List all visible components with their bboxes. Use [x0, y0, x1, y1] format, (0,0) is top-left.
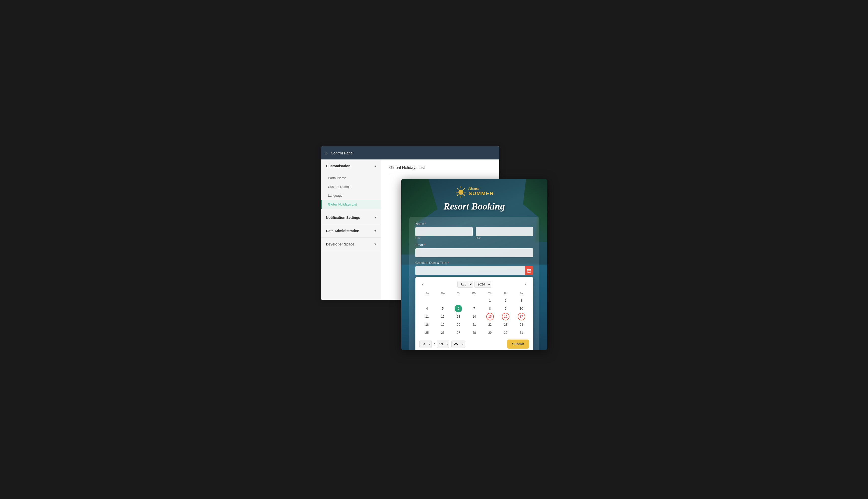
page-title: Global Holidays List: [389, 166, 491, 174]
weekday-su: Su: [419, 291, 435, 296]
hour-select-wrap: 04 ▾: [419, 341, 432, 348]
cal-day-empty: [439, 297, 446, 304]
resort-booking-window: Always SUMMER Resort Booking Name* First: [401, 179, 547, 350]
last-name-input[interactable]: [476, 227, 533, 236]
cal-day-21[interactable]: 21: [470, 321, 478, 328]
cal-day-empty: [423, 297, 431, 304]
home-icon[interactable]: ⌂: [325, 150, 328, 156]
weekday-sa: Sa: [513, 291, 529, 296]
cal-day-9[interactable]: 9: [502, 305, 510, 312]
calendar-icon: [527, 269, 531, 273]
cal-day-1[interactable]: 1: [486, 297, 494, 304]
email-label: Email*: [415, 243, 533, 247]
cal-day-17[interactable]: 17: [518, 313, 525, 320]
resort-brand-text: Always SUMMER: [469, 187, 494, 196]
cal-day-27[interactable]: 27: [455, 329, 462, 337]
brand-summer: SUMMER: [469, 191, 494, 196]
last-sublabel: Last: [476, 237, 533, 240]
sidebar-item-global-holidays[interactable]: Global Holidays List: [321, 200, 381, 209]
cal-day-24[interactable]: 24: [518, 321, 525, 328]
notification-label: Notification Settings: [326, 216, 360, 220]
sidebar-item-language[interactable]: Language: [321, 191, 381, 200]
time-selector-row: 04 ▾ : 53 ▾: [419, 340, 529, 349]
sun-icon: [455, 185, 467, 198]
data-admin-label: Data Administration: [326, 229, 360, 233]
cal-day-empty: [470, 297, 478, 304]
email-input[interactable]: [415, 248, 533, 257]
hour-select[interactable]: 04: [419, 341, 432, 348]
calendar-trigger-button[interactable]: [525, 266, 533, 275]
sidebar-section-developer: Developer Space ▾: [321, 238, 381, 251]
cal-day-6[interactable]: 6: [455, 305, 462, 312]
brand-always: Always: [469, 187, 494, 191]
minute-select-wrap: 53 ▾: [437, 341, 449, 348]
sidebar-section-developer-header[interactable]: Developer Space ▾: [321, 238, 381, 251]
cal-day-18[interactable]: 18: [423, 321, 431, 328]
cal-day-2[interactable]: 2: [502, 297, 510, 304]
cal-day-23[interactable]: 23: [502, 321, 510, 328]
calendar-month-year: Aug 2024: [457, 281, 491, 288]
calendar-popup: ‹ Aug 2024 ›: [415, 277, 533, 350]
calendar-month-select[interactable]: Aug: [457, 281, 473, 288]
name-row: First Last: [415, 227, 533, 240]
weekday-we: We: [466, 291, 482, 296]
chevron-down-icon-dev: ▾: [375, 242, 376, 246]
weekday-fr: Fr: [498, 291, 513, 296]
cal-day-15[interactable]: 15: [486, 313, 494, 320]
weekday-th: Th: [482, 291, 498, 296]
first-name-input[interactable]: [415, 227, 473, 236]
cal-day-13[interactable]: 13: [455, 313, 462, 320]
cal-day-22[interactable]: 22: [486, 321, 494, 328]
name-label: Name*: [415, 222, 533, 226]
customisation-label: Customisation: [326, 164, 350, 168]
sidebar-item-custom-domain[interactable]: Custom Domain: [321, 182, 381, 191]
check-in-label: Check-in Date & Time*: [415, 261, 533, 265]
cal-day-26[interactable]: 26: [439, 329, 446, 337]
calendar-nav: ‹ Aug 2024 ›: [419, 281, 529, 288]
period-select[interactable]: PM AM: [451, 341, 465, 348]
cal-day-10[interactable]: 10: [518, 305, 525, 312]
cal-day-30[interactable]: 30: [502, 329, 510, 337]
cal-day-empty: [455, 297, 462, 304]
sidebar-section-customisation: Customisation ▴ Portal Name Custom Domai…: [321, 159, 381, 211]
calendar-grid: Su Mo Tu We Th Fr Sa 1234567891011121314…: [419, 291, 529, 337]
svg-rect-10: [527, 269, 531, 272]
cal-day-12[interactable]: 12: [439, 313, 446, 320]
sidebar: Customisation ▴ Portal Name Custom Domai…: [321, 159, 381, 300]
cal-day-3[interactable]: 3: [518, 297, 525, 304]
cal-day-20[interactable]: 20: [455, 321, 462, 328]
sidebar-section-customisation-header[interactable]: Customisation ▴: [321, 159, 381, 172]
calendar-next-button[interactable]: ›: [522, 281, 529, 288]
check-in-date-input[interactable]: [415, 266, 526, 275]
cal-day-7[interactable]: 7: [470, 305, 478, 312]
check-in-input-wrap: [415, 266, 533, 275]
cal-day-31[interactable]: 31: [518, 329, 525, 337]
cal-day-28[interactable]: 28: [470, 329, 478, 337]
cal-day-8[interactable]: 8: [486, 305, 494, 312]
sidebar-item-portal-name[interactable]: Portal Name: [321, 173, 381, 182]
svg-line-7: [463, 188, 465, 190]
sidebar-section-notification-header[interactable]: Notification Settings ▾: [321, 211, 381, 224]
calendar-prev-button[interactable]: ‹: [419, 281, 426, 288]
weekday-mo: Mo: [435, 291, 451, 296]
resort-content: Always SUMMER Resort Booking Name* First: [401, 179, 547, 350]
cal-day-5[interactable]: 5: [439, 305, 446, 312]
booking-form: Name* First Last: [410, 217, 539, 350]
submit-button[interactable]: Submit: [507, 340, 529, 349]
sidebar-section-data-admin-header[interactable]: Data Administration ▾: [321, 224, 381, 238]
cp-title: Control Panel: [331, 151, 354, 155]
first-name-col: First: [415, 227, 473, 240]
chevron-down-icon-notification: ▾: [375, 216, 376, 219]
calendar-year-select[interactable]: 2024: [475, 281, 491, 288]
weekday-tu: Tu: [451, 291, 466, 296]
cal-day-29[interactable]: 29: [486, 329, 494, 337]
chevron-up-icon: ▴: [375, 164, 376, 168]
cal-day-19[interactable]: 19: [439, 321, 446, 328]
cal-day-4[interactable]: 4: [423, 305, 431, 312]
cal-day-11[interactable]: 11: [423, 313, 431, 320]
cal-day-14[interactable]: 14: [470, 313, 478, 320]
minute-select[interactable]: 53: [437, 341, 449, 348]
cal-day-16[interactable]: 16: [502, 313, 510, 320]
calendar-days: 1234567891011121314151617181920212223242…: [419, 297, 529, 337]
cal-day-25[interactable]: 25: [423, 329, 431, 337]
